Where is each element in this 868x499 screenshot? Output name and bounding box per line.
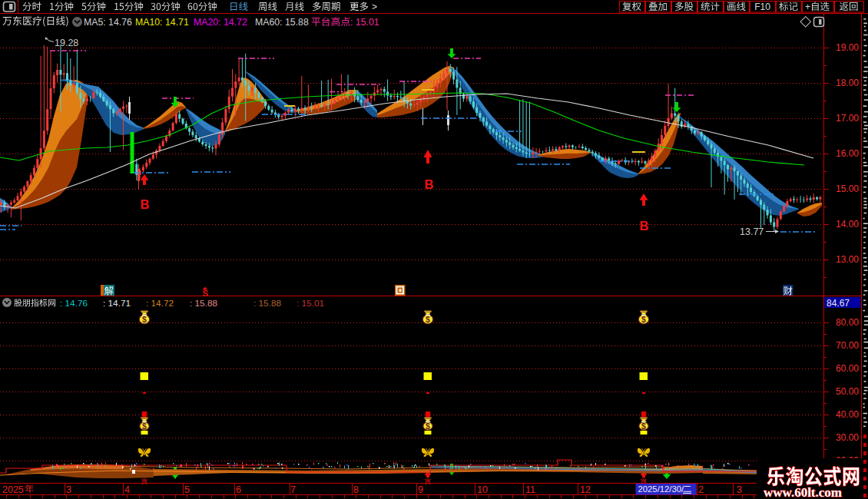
svg-text:3: 3 [737,484,742,495]
svg-text:15.00: 15.00 [836,183,859,194]
svg-text:9: 9 [418,484,423,495]
svg-text:B: B [141,197,150,211]
svg-text:: 15.01: : 15.01 [297,298,324,309]
svg-text:$: $ [641,421,646,431]
svg-text:F10: F10 [754,2,770,12]
svg-text:$: $ [426,421,430,431]
svg-text:12: 12 [580,484,591,495]
svg-text:MA5: 14.76: MA5: 14.76 [84,17,132,28]
svg-text:8: 8 [353,484,359,495]
svg-text:: 14.71: : 14.71 [103,298,131,309]
svg-text:$: $ [641,315,646,324]
svg-text:60.00: 60.00 [836,363,859,374]
svg-text:MA60: 15.88: MA60: 15.88 [255,17,309,28]
svg-text:84.67: 84.67 [827,298,850,309]
svg-text:: 15.88: : 15.88 [253,298,282,309]
svg-text:>: > [372,2,377,12]
svg-text:7: 7 [290,484,296,495]
svg-text:$: $ [426,315,430,324]
svg-text:B: B [640,219,649,233]
svg-text:2: 2 [698,484,704,495]
svg-text:13.00: 13.00 [836,254,859,265]
svg-text:2025/12/30/: 2025/12/30/ [638,484,685,494]
svg-text:: 14.72: : 14.72 [146,298,174,309]
svg-text:$: $ [142,315,147,324]
svg-text:$: $ [142,421,147,431]
svg-text:10: 10 [477,484,488,495]
svg-text:: 14.76: : 14.76 [60,298,88,309]
svg-text:2025: 2025 [2,484,24,495]
svg-text:MA10: 14.71: MA10: 14.71 [135,17,189,28]
svg-text:: 15.88: : 15.88 [190,298,218,309]
svg-text:30.00: 30.00 [836,432,859,443]
svg-text:S: S [203,289,209,298]
svg-text:3: 3 [66,484,71,495]
svg-text:70.00: 70.00 [836,340,859,351]
svg-text:18.00: 18.00 [836,78,859,88]
svg-text:17.00: 17.00 [836,113,859,124]
svg-text:+: + [805,2,810,12]
svg-text:14.00: 14.00 [836,219,859,230]
svg-text:19.28: 19.28 [55,38,78,48]
svg-text:40.00: 40.00 [836,409,859,420]
svg-text:www.60lt.com: www.60lt.com [764,484,842,499]
svg-text:11: 11 [525,484,535,495]
svg-text:13.77: 13.77 [740,226,764,237]
svg-text:B: B [425,177,434,191]
svg-text:5: 5 [184,484,190,495]
svg-text:: 15.01: : 15.01 [350,17,379,28]
svg-text:16.00: 16.00 [836,148,859,159]
svg-text:50.00: 50.00 [836,386,859,397]
svg-text:4: 4 [124,484,130,495]
svg-text:MA20: 14.72: MA20: 14.72 [194,17,247,28]
svg-text:6: 6 [236,484,241,495]
svg-text:19.00: 19.00 [836,42,859,53]
svg-text:80.00: 80.00 [836,317,859,328]
